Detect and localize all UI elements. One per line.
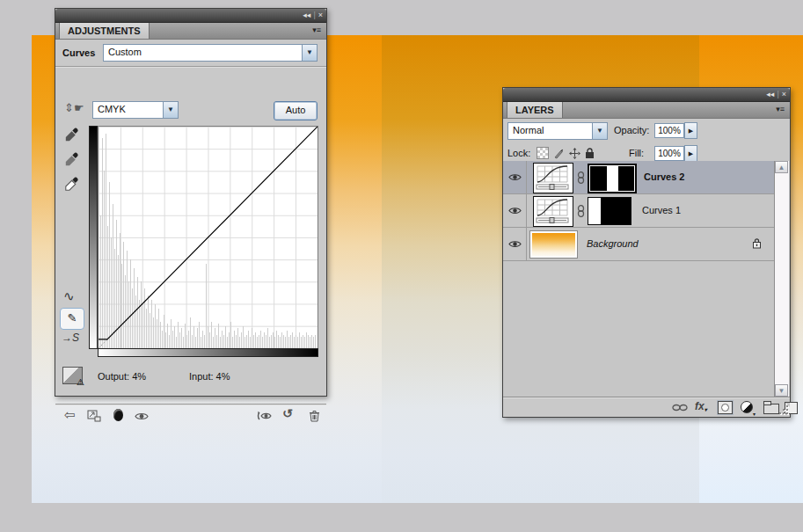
gray-point-eyedropper-icon[interactable]	[64, 152, 79, 167]
preset-select[interactable]: Custom ▼	[103, 44, 318, 62]
clip-indicator-icon[interactable]	[113, 409, 123, 421]
output-label: Output:	[98, 371, 129, 382]
layer-row-curves-1[interactable]: Curves 1	[503, 194, 774, 228]
eye-icon[interactable]	[508, 239, 522, 249]
opacity-label: Opacity:	[614, 125, 649, 135]
layer-row-curves-2[interactable]: Curves 2	[503, 161, 774, 194]
background-layer-thumbnail[interactable]	[529, 230, 578, 259]
curves-adjustment-thumbnail[interactable]	[533, 196, 573, 227]
layers-scrollbar[interactable]: ▲ ▼	[774, 161, 789, 397]
layers-bottom-toolbar: fx▾ ▾	[503, 397, 790, 417]
clip-to-layer-icon[interactable]	[87, 410, 101, 422]
visibility-cell[interactable]	[503, 161, 527, 193]
fill-label: Fill:	[629, 148, 644, 158]
reset-icon[interactable]: ↺	[282, 406, 293, 420]
channel-select[interactable]: CMYK ▼	[92, 101, 179, 119]
visibility-cell[interactable]	[503, 228, 527, 260]
eye-icon[interactable]	[508, 206, 522, 215]
curve-plot-area[interactable]	[98, 126, 318, 349]
collapse-panel-icon[interactable]: ◂◂	[303, 11, 310, 19]
adjustments-tabrow: ADJUSTMENTS ▾≡	[55, 23, 326, 40]
application-workspace: ◂◂|× ADJUSTMENTS ▾≡ Curves Custom ▼ ⇕☛ C…	[0, 0, 803, 532]
curves-adjustment-thumbnail[interactable]	[533, 163, 573, 193]
chevron-down-icon[interactable]: ▼	[592, 123, 607, 139]
mask-link-icon[interactable]	[577, 171, 585, 184]
layer-style-fx-icon[interactable]: fx▾	[695, 400, 707, 412]
chevron-down-icon[interactable]: ▼	[163, 102, 178, 118]
layer-name[interactable]: Background	[587, 238, 639, 249]
link-layers-icon[interactable]	[672, 404, 688, 412]
panel-menu-icon[interactable]: ▾≡	[312, 26, 321, 34]
adjustment-type-label: Curves	[62, 47, 95, 58]
new-group-folder-icon[interactable]	[763, 404, 779, 414]
curves-editor[interactable]	[89, 126, 316, 356]
scroll-down-icon[interactable]: ▼	[775, 384, 788, 397]
eye-icon[interactable]	[508, 172, 522, 182]
layer-mask-thumbnail-selected[interactable]	[588, 164, 637, 193]
clipping-warning-icon: ⚠	[62, 367, 83, 384]
lock-position-move-icon[interactable]	[569, 148, 580, 159]
fill-spinner-icon[interactable]: ▶	[684, 145, 697, 162]
opacity-spinner-icon[interactable]: ▶	[684, 122, 697, 139]
adjustments-panel: ◂◂|× ADJUSTMENTS ▾≡ Curves Custom ▼ ⇕☛ C…	[55, 8, 327, 397]
layer-name[interactable]: Curves 1	[642, 205, 681, 215]
lock-all-icon[interactable]	[585, 148, 595, 159]
white-point-eyedropper-icon[interactable]	[64, 177, 79, 192]
auto-button[interactable]: Auto	[274, 101, 318, 120]
edit-points-tool-icon[interactable]: ∿	[63, 288, 75, 304]
input-gradient-bar	[98, 348, 318, 357]
back-arrow-icon[interactable]: ⇦	[64, 408, 76, 422]
panel-resize-grip[interactable]	[780, 406, 788, 414]
new-adjustment-layer-icon[interactable]: ▾	[741, 401, 756, 417]
panel-menu-icon[interactable]: ▾≡	[776, 105, 785, 113]
lock-label: Lock:	[507, 148, 530, 158]
layers-titlebar[interactable]: ◂◂|×	[503, 88, 790, 102]
add-layer-mask-icon[interactable]	[718, 401, 733, 414]
mask-link-icon[interactable]	[577, 205, 585, 217]
close-panel-icon[interactable]: ×	[782, 90, 786, 98]
collapse-panel-icon[interactable]: ◂◂	[766, 90, 774, 98]
blend-mode-value: Normal	[513, 125, 544, 135]
view-previous-state-icon[interactable]	[256, 411, 273, 421]
lock-pixels-brush-icon[interactable]	[553, 148, 565, 159]
toggle-visibility-eye-icon[interactable]	[135, 412, 149, 421]
smooth-curve-tool-icon[interactable]: →S	[62, 332, 79, 344]
layer-name[interactable]: Curves 2	[644, 171, 684, 182]
scroll-up-icon[interactable]: ▲	[775, 161, 788, 173]
channel-value: CMYK	[98, 104, 126, 114]
opacity-value[interactable]: 100%	[654, 123, 684, 138]
visibility-cell[interactable]	[503, 194, 527, 227]
adjustments-titlebar[interactable]: ◂◂|×	[55, 9, 326, 23]
chevron-down-icon[interactable]: ▼	[302, 45, 317, 61]
output-gradient-bar	[89, 126, 98, 349]
layers-tabrow: LAYERS ▾≡	[503, 102, 790, 119]
curve-line[interactable]	[99, 127, 318, 348]
tab-adjustments[interactable]: ADJUSTMENTS	[59, 23, 150, 39]
layer-mask-thumbnail[interactable]	[588, 197, 631, 225]
scrubby-hand-icon[interactable]: ⇕☛	[64, 101, 85, 120]
fill-value[interactable]: 100%	[654, 146, 684, 161]
preset-value: Custom	[108, 47, 142, 57]
layer-list: Curves 2 Curves 1 Background	[503, 161, 774, 397]
delete-adjustment-trash-icon[interactable]	[309, 410, 320, 422]
input-value: 4%	[216, 371, 230, 382]
lock-transparency-icon[interactable]	[537, 147, 549, 159]
blend-mode-select[interactable]: Normal ▼	[507, 122, 608, 140]
black-point-eyedropper-icon[interactable]	[64, 128, 79, 142]
close-panel-icon[interactable]: ×	[318, 11, 323, 19]
layers-panel: ◂◂|× LAYERS ▾≡ Normal ▼ Opacity: 100% ▶ …	[502, 87, 791, 418]
pencil-tool-icon[interactable]: ✎	[60, 308, 84, 330]
adjustments-bottom-toolbar: ⇦ ↺	[55, 404, 326, 427]
background-lock-icon	[752, 237, 762, 249]
layer-row-background[interactable]: Background	[503, 228, 774, 261]
input-label: Input:	[189, 371, 214, 382]
tab-layers[interactable]: LAYERS	[507, 102, 563, 118]
output-value: 4%	[132, 371, 146, 382]
